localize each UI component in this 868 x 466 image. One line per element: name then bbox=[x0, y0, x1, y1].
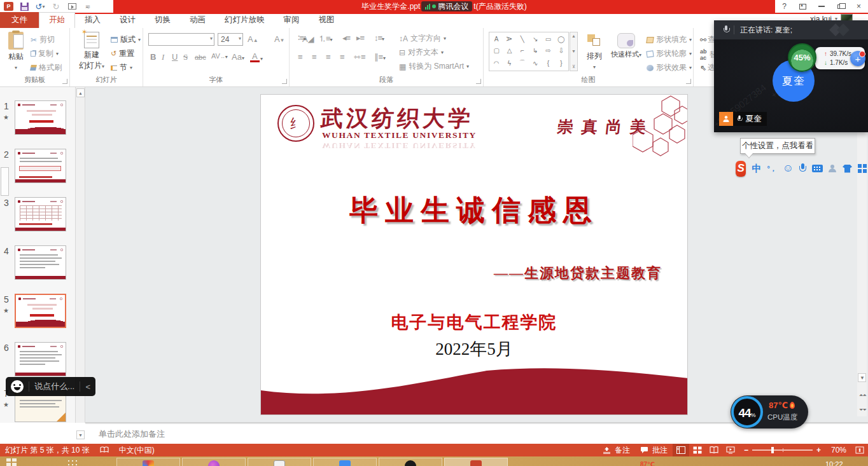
distribute-button[interactable]: ⇿≡ bbox=[352, 52, 367, 62]
start-button[interactable] bbox=[6, 458, 17, 466]
slide-thumbnail-5[interactable] bbox=[15, 294, 66, 328]
slide-title[interactable]: 毕业生诚信感恩 bbox=[261, 191, 687, 230]
next-slide-button[interactable]: ⏷⏷ bbox=[858, 406, 867, 415]
slide-subtitle[interactable]: ——生源地贷款主题教育 bbox=[261, 264, 662, 283]
change-case-button[interactable]: Aa▾ bbox=[230, 52, 246, 62]
align-left-button[interactable]: ≡ bbox=[296, 52, 305, 62]
arrange-button[interactable]: 排列▾ bbox=[580, 33, 608, 71]
save-button[interactable] bbox=[19, 2, 29, 11]
section-button[interactable]: 节▾ bbox=[111, 62, 132, 73]
ime-voice-icon[interactable] bbox=[799, 162, 806, 175]
tab-幻灯片放映[interactable]: 幻灯片放映 bbox=[215, 13, 274, 28]
meeting-chat-bar[interactable]: 说点什么... < bbox=[6, 377, 95, 396]
shape-line[interactable]: ╲ bbox=[516, 33, 529, 45]
view-slide-sorter-button[interactable] bbox=[689, 444, 706, 456]
view-slideshow-button[interactable] bbox=[722, 444, 739, 456]
ime-emoji-icon[interactable]: ☺ bbox=[783, 162, 794, 175]
restore-button[interactable] bbox=[831, 0, 850, 13]
accelerate-ball-button[interactable]: + bbox=[850, 51, 865, 66]
shape-rounded-rectangle[interactable]: ▢ bbox=[490, 45, 503, 56]
reset-button[interactable]: ↺重置 bbox=[111, 48, 134, 59]
taskbar-clock[interactable]: 10:22 bbox=[825, 460, 843, 466]
ime-typing-stats-icon[interactable] bbox=[829, 162, 837, 175]
shape-right-arrow[interactable]: ⇨ bbox=[542, 45, 554, 56]
scroll-down-button[interactable]: ▼ bbox=[858, 373, 866, 382]
bold-button[interactable]: B bbox=[148, 52, 158, 62]
shape-right-brace[interactable]: } bbox=[555, 57, 568, 70]
slide-scrollbar[interactable] bbox=[857, 89, 867, 416]
comments-toggle-button[interactable]: 批注 bbox=[635, 444, 673, 456]
ime-punctuation[interactable]: °， bbox=[767, 162, 776, 175]
tab-切换[interactable]: 切换 bbox=[145, 13, 180, 28]
spellcheck-button[interactable] bbox=[95, 444, 114, 456]
meeting-floating-badge[interactable]: 腾讯会议 bbox=[421, 1, 472, 11]
shape-scribble[interactable]: ϟ bbox=[503, 57, 515, 70]
align-text-button[interactable]: ⊟对齐文本▾ bbox=[399, 47, 444, 58]
shape-left-brace[interactable]: { bbox=[542, 57, 554, 70]
redo-button[interactable]: ↻ bbox=[51, 2, 61, 11]
slide-thumbnail-2[interactable] bbox=[15, 149, 66, 183]
decrease-indent-button[interactable]: ◂≡ bbox=[340, 33, 352, 43]
convert-smartart-button[interactable]: ▦转换为 SmartArt▾ bbox=[399, 61, 469, 72]
font-dialog-launcher[interactable] bbox=[282, 79, 287, 84]
slide-department[interactable]: 电子与电气工程学院 bbox=[261, 311, 687, 334]
underline-button[interactable]: U bbox=[170, 52, 179, 62]
customize-qat-button[interactable]: ≂ bbox=[83, 2, 93, 11]
shape-arrow[interactable]: ↘ bbox=[529, 33, 542, 45]
view-reading-button[interactable] bbox=[706, 444, 722, 456]
justify-button[interactable]: ≡ bbox=[338, 52, 347, 62]
slide-scrollbar-thumb[interactable] bbox=[1, 167, 9, 196]
minimize-button[interactable] bbox=[812, 0, 830, 13]
zoom-thumb[interactable] bbox=[771, 447, 774, 453]
taskbar-app-1[interactable] bbox=[116, 458, 180, 466]
strikethrough-button[interactable]: S bbox=[181, 52, 190, 62]
layout-button[interactable]: 版式▾ bbox=[111, 34, 141, 45]
sogou-logo-icon[interactable]: S bbox=[736, 161, 746, 177]
align-center-button[interactable]: ≡ bbox=[310, 52, 319, 62]
tab-视图[interactable]: 视图 bbox=[309, 13, 344, 28]
tab-开始[interactable]: 开始 bbox=[39, 12, 75, 28]
shape-elbow-arrow-connector[interactable]: ↳ bbox=[529, 45, 542, 56]
zoom-in-button[interactable]: + bbox=[816, 446, 821, 455]
slide-thumbnail-3[interactable] bbox=[15, 197, 66, 231]
shape-effects-button[interactable]: 形状效果▾ bbox=[647, 62, 692, 73]
slide-canvas[interactable]: 武汉纺织大学 WUHAN TEXTILE UNIVERSITY WUHAN TE… bbox=[260, 94, 688, 415]
paste-button[interactable]: 粘贴▾ bbox=[4, 32, 28, 71]
shape-triangle[interactable]: △ bbox=[503, 45, 515, 56]
font-size-combo[interactable] bbox=[218, 33, 243, 46]
new-slide-button[interactable]: 新建幻灯片▾ bbox=[75, 32, 108, 71]
shape-freeform[interactable]: ◠ bbox=[490, 57, 503, 70]
italic-button[interactable]: I bbox=[160, 52, 166, 62]
font-name-input[interactable] bbox=[148, 33, 214, 46]
tab-审阅[interactable]: 审阅 bbox=[274, 13, 309, 28]
slide-date[interactable]: 2022年5月 bbox=[261, 338, 687, 360]
line-spacing-button[interactable]: ↕≡▾ bbox=[372, 33, 386, 43]
notes-toggle-button[interactable]: 备注 bbox=[598, 444, 635, 456]
copy-button[interactable]: 复制▾ bbox=[31, 48, 59, 59]
slide-thumbnail-6[interactable] bbox=[15, 342, 66, 376]
shape-oval[interactable]: ◯ bbox=[555, 33, 568, 45]
paragraph-dialog-launcher[interactable] bbox=[476, 79, 481, 84]
tab-设计[interactable]: 设计 bbox=[110, 13, 145, 28]
shape-vertical-text-box[interactable]: A bbox=[503, 32, 515, 45]
taskbar-app-2[interactable] bbox=[182, 458, 246, 466]
previous-slide-button[interactable]: ⏶⏶ bbox=[858, 391, 867, 400]
microphone-icon[interactable] bbox=[723, 25, 729, 34]
bullets-button[interactable]: ∶≡▾ bbox=[296, 33, 307, 43]
fit-to-window-button[interactable] bbox=[851, 444, 868, 456]
quick-styles-button[interactable]: 快速样式▾ bbox=[610, 33, 643, 59]
font-name-combo[interactable] bbox=[148, 33, 214, 46]
start-slideshow-button[interactable] bbox=[67, 2, 77, 11]
shadow-abc-button[interactable]: abc bbox=[193, 53, 208, 61]
ime-skin-icon[interactable] bbox=[843, 162, 852, 175]
numbering-button[interactable]: ⒈≡▾ bbox=[316, 33, 334, 45]
cpu-monitor-widget[interactable]: 44 % 87℃ CPU温度 bbox=[731, 395, 808, 428]
slide-thumbnail-4[interactable] bbox=[15, 245, 66, 280]
thumb-scroll-down-button[interactable]: ▼ bbox=[76, 430, 85, 439]
chat-emoji-icon[interactable] bbox=[11, 380, 24, 393]
close-button[interactable]: × bbox=[850, 0, 868, 13]
ime-keyboard-icon[interactable] bbox=[812, 162, 823, 175]
shape-arc[interactable]: ⌒ bbox=[516, 57, 529, 70]
shape-elbow-connector[interactable]: ⌐ bbox=[516, 45, 529, 56]
tab-插入[interactable]: 插入 bbox=[75, 13, 110, 28]
